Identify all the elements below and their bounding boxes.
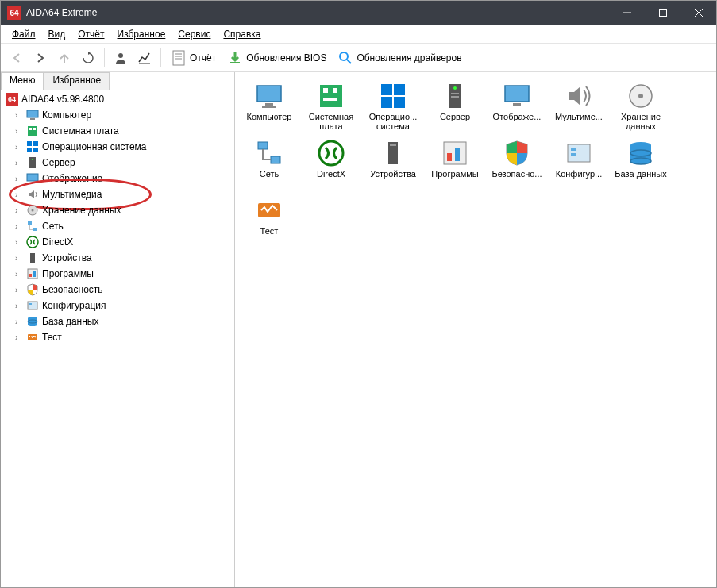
svg-rect-48: [394, 97, 405, 108]
close-button[interactable]: [680, 1, 716, 25]
forward-button[interactable]: [29, 47, 52, 69]
graph-button[interactable]: [133, 47, 156, 69]
report-icon: [171, 50, 187, 66]
icon-label: Устройства: [368, 169, 418, 179]
sidebar: Меню Избранное 64 AIDA64 v5.98.4800 › Ко…: [1, 72, 235, 587]
tree-label: Тест: [42, 332, 62, 343]
chevron-right-icon: ›: [15, 302, 23, 310]
icon-label: Мультиме...: [553, 112, 604, 121]
tree-item-storage[interactable]: › Хранение данных: [1, 202, 234, 218]
bios-update-action[interactable]: Обновления BIOS: [222, 47, 331, 69]
tree-item-server[interactable]: › Сервер: [1, 155, 234, 171]
titlebar: 64 AIDA64 Extreme: [1, 1, 716, 25]
svg-rect-33: [28, 302, 37, 309]
chevron-right-icon: ›: [15, 127, 23, 136]
icon-directx[interactable]: DirectX: [300, 136, 362, 191]
icon-test[interactable]: Тест: [238, 193, 300, 248]
database-icon: [26, 315, 39, 328]
svg-point-59: [319, 141, 343, 165]
user-button[interactable]: [110, 47, 132, 69]
driver-update-action[interactable]: Обновления драйверов: [333, 47, 466, 69]
svg-rect-54: [513, 103, 521, 106]
svg-rect-32: [33, 271, 36, 277]
tree-label: Системная плата: [42, 125, 119, 136]
icon-computer[interactable]: Компьютер: [238, 79, 300, 134]
toolbar-separator: [104, 48, 105, 67]
tree-item-config[interactable]: › Конфигурация: [1, 298, 234, 313]
up-button[interactable]: [53, 47, 75, 69]
tree-item-security[interactable]: › Безопасность: [1, 282, 234, 298]
icon-security[interactable]: Безопасно...: [486, 136, 548, 191]
tree-item-devices[interactable]: › Устройства: [1, 250, 234, 266]
tree-item-os[interactable]: › Операционная система: [1, 139, 234, 155]
menu-file[interactable]: Файл: [6, 27, 42, 41]
svg-rect-27: [33, 228, 37, 231]
maximize-button[interactable]: [645, 1, 680, 25]
icon-os[interactable]: Операцио... система: [362, 79, 424, 134]
chevron-right-icon: ›: [15, 333, 23, 342]
report-action[interactable]: Отчёт: [166, 47, 221, 69]
windows-icon: [26, 140, 39, 153]
tree-item-motherboard[interactable]: › Системная плата: [1, 123, 234, 139]
tree-root[interactable]: 64 AIDA64 v5.98.4800: [1, 91, 234, 107]
display-icon: [503, 82, 531, 110]
svg-rect-52: [451, 96, 459, 98]
icon-motherboard[interactable]: Системная плата: [300, 79, 362, 134]
back-button[interactable]: [6, 47, 28, 69]
refresh-button[interactable]: [77, 47, 99, 69]
icon-label: DirectX: [315, 169, 347, 179]
svg-rect-53: [505, 86, 529, 102]
svg-rect-19: [27, 148, 32, 152]
icon-config[interactable]: Конфигур...: [548, 136, 610, 191]
tree-item-network[interactable]: › Сеть: [1, 218, 234, 234]
tree-item-directx[interactable]: › DirectX: [1, 234, 234, 250]
icon-grid: Компьютер Системная плата Операцио... си…: [238, 79, 713, 248]
tree-item-display[interactable]: › Отображение: [1, 171, 234, 186]
svg-rect-61: [390, 144, 396, 146]
report-label: Отчёт: [190, 52, 216, 63]
menu-view[interactable]: Вид: [42, 27, 72, 41]
directx-icon: [317, 139, 345, 167]
menu-service[interactable]: Сервис: [172, 27, 217, 41]
tree-label: Программы: [42, 268, 94, 279]
icon-database[interactable]: База данных: [610, 136, 672, 191]
drivers-label: Обновления драйверов: [357, 52, 461, 63]
svg-rect-26: [28, 221, 32, 225]
svg-rect-40: [262, 106, 276, 108]
icon-label: Безопасно...: [490, 169, 543, 179]
icon-display[interactable]: Отображе...: [486, 79, 548, 134]
icon-programs[interactable]: Программы: [424, 136, 486, 191]
svg-rect-18: [33, 141, 38, 146]
svg-point-28: [27, 236, 38, 248]
menu-report[interactable]: Отчёт: [71, 27, 110, 41]
toolbar-separator: [160, 48, 161, 67]
tree-item-computer[interactable]: › Компьютер: [1, 107, 234, 123]
svg-line-11: [347, 60, 351, 63]
svg-rect-64: [455, 148, 460, 161]
svg-rect-46: [394, 84, 405, 95]
icon-network[interactable]: Сеть: [238, 136, 300, 191]
tree-item-programs[interactable]: › Программы: [1, 266, 234, 282]
svg-rect-37: [28, 334, 37, 340]
test-icon: [255, 196, 283, 225]
svg-rect-51: [451, 93, 459, 94]
tab-favorites[interactable]: Избранное: [44, 72, 110, 90]
minimize-button[interactable]: [609, 1, 645, 25]
icon-storage[interactable]: Хранение данных: [610, 79, 672, 134]
tree-item-test[interactable]: › Тест: [1, 329, 234, 345]
svg-point-22: [32, 159, 33, 160]
tree-item-multimedia[interactable]: › Мультимедиа: [1, 186, 234, 202]
svg-rect-38: [257, 86, 281, 102]
tree-label: Безопасность: [42, 284, 103, 295]
chevron-right-icon: ›: [15, 159, 23, 167]
menu-help[interactable]: Справка: [217, 27, 267, 41]
icon-multimedia[interactable]: Мультиме...: [548, 79, 610, 134]
monitor-icon: [26, 109, 39, 121]
tree-item-database[interactable]: › База данных: [1, 313, 234, 329]
programs-icon: [26, 267, 39, 280]
chevron-right-icon: ›: [15, 111, 23, 120]
icon-devices[interactable]: Устройства: [362, 136, 424, 191]
tab-menu[interactable]: Меню: [1, 72, 44, 90]
menu-favorites[interactable]: Избранное: [111, 27, 172, 41]
icon-server[interactable]: Сервер: [424, 79, 486, 134]
